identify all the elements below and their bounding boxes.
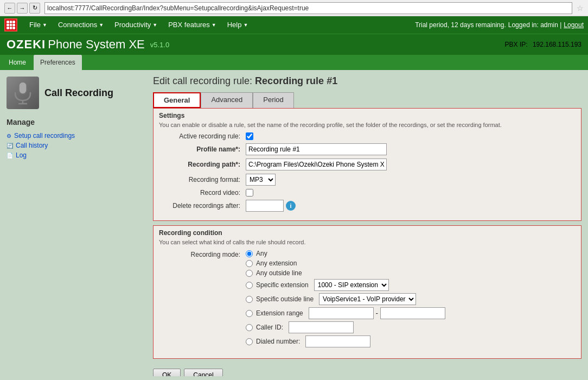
profile-name-row: Profile name*: [159, 143, 576, 155]
app-grid-icon[interactable] [4, 18, 17, 31]
delete-row: i [246, 200, 296, 212]
cancel-button[interactable]: Cancel [184, 369, 222, 376]
logged-in-text: Logged in: admin | [508, 21, 562, 29]
browser-bar: ← → ↻ ☆ [0, 0, 588, 16]
tab-general[interactable]: General [153, 92, 201, 108]
record-video-checkbox[interactable] [246, 189, 253, 197]
tab-advanced[interactable]: Advanced [201, 92, 253, 108]
sidebar-header: Call Recording [7, 77, 140, 109]
nav-home[interactable]: Home [2, 55, 33, 70]
recording-path-input[interactable] [246, 159, 387, 170]
brand-header: OZEKI Phone System XE v5.1.0 PBX IP: 192… [0, 34, 588, 55]
profile-name-input[interactable] [246, 143, 387, 155]
nav-productivity[interactable]: Productivity ▼ [109, 16, 163, 34]
radio-specific-outside-line-input[interactable] [246, 296, 253, 303]
radio-any-extension-input[interactable] [246, 260, 253, 267]
logout-link[interactable]: Logout [564, 21, 584, 29]
setup-icon: ⚙ [7, 133, 11, 139]
radio-options: Any Any extension Any outside line Speci… [246, 250, 445, 350]
radio-caller-id: Caller ID: [246, 321, 445, 333]
settings-desc: You can enable or disable a rule, set th… [159, 122, 576, 128]
log-label: Log [16, 151, 27, 159]
radio-specific-outside-line-label: Specific outside line [256, 295, 314, 303]
radio-extension-range-label: Extension range [256, 309, 303, 317]
radio-any-outside-line-input[interactable] [246, 270, 253, 277]
nav-pbx-features[interactable]: PBX features ▼ [163, 16, 222, 34]
page-title-rule: Recording rule #1 [255, 75, 337, 86]
recording-path-row: Recording path*: [159, 159, 576, 170]
radio-extension-range: Extension range - [246, 307, 445, 319]
settings-section: Settings You can enable or disable a rul… [153, 108, 581, 221]
extension-range-inputs: - [309, 307, 445, 319]
recording-format-row: Recording format: MP3 WAV OGG [159, 174, 576, 186]
specific-outside-line-select[interactable]: VoipService1 - VoIP provider [319, 293, 416, 305]
manage-title: Manage [7, 118, 140, 126]
nav-help[interactable]: Help ▼ [222, 16, 254, 34]
delete-value-input[interactable] [246, 200, 284, 212]
brand-phone: Phone System XE [48, 37, 145, 52]
bookmark-icon[interactable]: ☆ [577, 4, 584, 12]
brand-logo: OZEKI Phone System XE v5.1.0 [7, 37, 169, 52]
radio-any-outside-line-label: Any outside line [256, 269, 302, 277]
tabs: General Advanced Period [153, 92, 581, 108]
recording-path-label: Recording path*: [159, 161, 246, 168]
address-bar[interactable] [44, 2, 572, 14]
svg-rect-0 [19, 82, 27, 94]
brand-ozeki: OZEKI [7, 37, 46, 52]
action-buttons: OK Cancel [153, 363, 581, 376]
recording-mode-label: Recording mode: [159, 250, 246, 258]
content-panel: Edit call recording rule: Recording rule… [146, 70, 588, 376]
radio-caller-id-label: Caller ID: [256, 324, 283, 331]
log-icon: 📄 [7, 153, 13, 159]
secondary-nav: Home Preferences [0, 55, 588, 70]
recording-condition-desc: You can select what kind of calls the ru… [159, 239, 576, 245]
history-label: Call history [16, 142, 48, 149]
reload-button[interactable]: ↻ [29, 3, 40, 14]
nav-connections[interactable]: Connections ▼ [53, 16, 109, 34]
trial-text: Trial period, 12 days remaining. [415, 21, 506, 29]
radio-specific-extension-input[interactable] [246, 282, 253, 289]
history-icon: 🔄 [7, 143, 13, 149]
radio-caller-id-input[interactable] [246, 324, 253, 331]
extension-range-to[interactable] [380, 307, 445, 319]
sidebar-link-history[interactable]: 🔄 Call history [7, 141, 140, 150]
radio-any-outside-line: Any outside line [246, 269, 445, 277]
info-icon[interactable]: i [286, 201, 296, 211]
radio-extension-range-input[interactable] [246, 310, 253, 317]
pbx-ip-value: 192.168.115.193 [533, 41, 581, 48]
sidebar-link-log[interactable]: 📄 Log [7, 150, 140, 160]
nav-file[interactable]: File ▼ [24, 16, 53, 34]
ok-button[interactable]: OK [153, 369, 181, 376]
caller-id-input[interactable] [289, 321, 354, 333]
extension-range-from[interactable] [309, 307, 374, 319]
range-dash: - [376, 309, 378, 317]
active-recording-row: Active recording rule: [159, 132, 576, 140]
nav-preferences[interactable]: Preferences [34, 55, 82, 70]
pbx-ip-label: PBX IP: [505, 41, 528, 48]
recording-format-select[interactable]: MP3 WAV OGG [246, 174, 276, 186]
specific-extension-select[interactable]: 1000 - SIP extension [314, 279, 389, 291]
radio-specific-outside-line: Specific outside line VoipService1 - VoI… [246, 293, 445, 305]
record-video-label: Record video: [159, 189, 246, 197]
radio-any-input[interactable] [246, 250, 253, 257]
delete-recordings-row: Delete recordings after: i [159, 200, 576, 212]
dialed-number-input[interactable] [305, 335, 370, 347]
profile-name-label: Profile name*: [159, 145, 246, 153]
sidebar: Call Recording Manage ⚙ Setup call recor… [0, 70, 146, 376]
sidebar-title: Call Recording [44, 87, 113, 99]
pbx-ip: PBX IP: 192.168.115.193 [505, 41, 581, 48]
forward-button[interactable]: → [17, 3, 28, 14]
radio-any-label: Any [256, 250, 267, 257]
trial-info: Trial period, 12 days remaining. Logged … [415, 21, 584, 29]
active-recording-label: Active recording rule: [159, 132, 246, 140]
tab-period[interactable]: Period [253, 92, 294, 108]
sidebar-link-setup[interactable]: ⚙ Setup call recordings [7, 131, 140, 141]
recording-format-label: Recording format: [159, 176, 246, 183]
active-recording-checkbox[interactable] [246, 132, 253, 140]
page-title: Edit call recording rule: Recording rule… [153, 75, 581, 87]
radio-dialed-number-input[interactable] [246, 338, 253, 345]
radio-dialed-number-label: Dialed number: [256, 338, 300, 345]
record-video-row: Record video: [159, 189, 576, 197]
radio-specific-extension: Specific extension 1000 - SIP extension [246, 279, 445, 291]
back-button[interactable]: ← [4, 3, 15, 14]
